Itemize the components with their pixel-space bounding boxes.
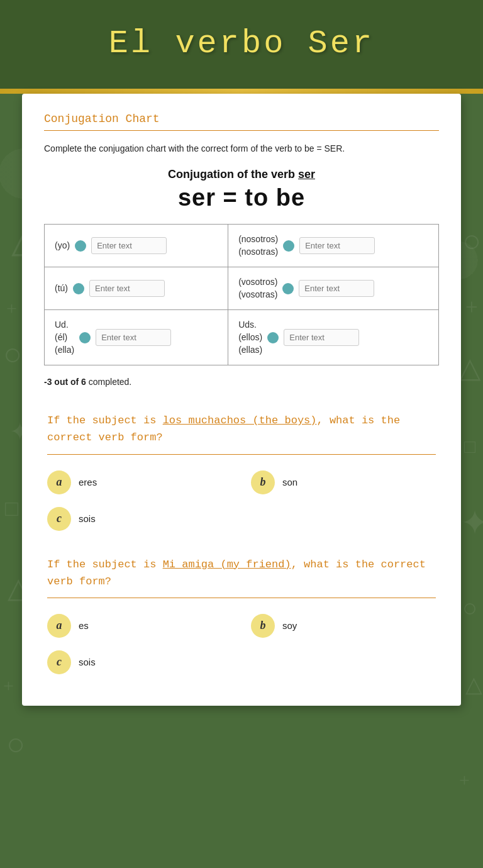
cell-yo-content: (yo) [55, 237, 218, 254]
q1-option-b[interactable]: b son [251, 470, 436, 494]
q2-option-b[interactable]: b soy [251, 614, 436, 638]
pronoun-vosotros: (vosotros)(vosotras) [238, 276, 277, 301]
q1-subject: los muchachos (the boys) [163, 415, 317, 426]
q2-text-before: If the subject is [47, 559, 163, 570]
input-uds[interactable] [284, 329, 359, 346]
content-card: Conjugation Chart Complete the conjugati… [22, 94, 461, 706]
bullet-nosotros [283, 240, 294, 252]
cell-uds-content: Uds.(ellos)(ellas) [238, 319, 428, 356]
pronoun-tu: (tú) [55, 282, 68, 295]
cell-vosotros-content: (vosotros)(vosotras) [238, 276, 428, 301]
cell-nosotros-content: (nosotros)(nosotras) [238, 233, 428, 258]
conj-verb-underline: ser [298, 168, 315, 181]
q2-label-a: es [79, 620, 89, 631]
q1-option-a[interactable]: a eres [47, 470, 232, 494]
q2-options-grid: a es b soy c sois [47, 614, 436, 674]
q2-label-b: soy [282, 620, 297, 631]
input-tu[interactable] [89, 280, 165, 297]
cell-tu-content: (tú) [55, 280, 218, 297]
conj-subtitle: ser = to be [44, 184, 439, 211]
q1-text-before: If the subject is [47, 415, 163, 426]
conj-title-text: Conjugation of the verb [168, 168, 295, 181]
q1-label-b: son [282, 477, 297, 487]
q1-badge-c: c [47, 507, 71, 531]
input-nosotros[interactable] [299, 237, 375, 254]
q2-badge-c: c [47, 650, 71, 674]
q1-option-c[interactable]: c sois [47, 507, 232, 531]
q1-label-a: eres [79, 477, 97, 487]
q2-badge-a: a [47, 614, 71, 638]
cell-ud-content: Ud.(él)(ella) [55, 319, 218, 356]
bottom-space [0, 706, 483, 743]
bullet-yo [75, 240, 86, 252]
q1-options-grid: a eres b son c sois [47, 470, 436, 531]
section-heading: Conjugation Chart [44, 113, 439, 125]
score-value: -3 out of 6 [44, 377, 86, 387]
pronoun-ud: Ud.(él)(ella) [55, 319, 74, 356]
q1-badge-b: b [251, 470, 275, 494]
cell-ud: Ud.(él)(ella) [45, 310, 228, 365]
input-vosotros[interactable] [299, 280, 374, 297]
bullet-vosotros [282, 283, 294, 294]
q2-label-c: sois [79, 657, 96, 667]
score-suffix: completed. [86, 377, 131, 387]
table-row: Ud.(él)(ella) Uds.(ellos)(ellas) [45, 310, 439, 365]
bullet-ud [79, 332, 91, 343]
conjugation-table: (yo) (nosotros)(nosotras) [44, 224, 439, 365]
input-yo[interactable] [91, 237, 167, 254]
pronoun-uds: Uds.(ellos)(ellas) [238, 319, 262, 356]
conj-chart-title: Conjugation of the verb ser [44, 168, 439, 181]
q2-divider [47, 598, 436, 598]
pronoun-nosotros: (nosotros)(nosotras) [238, 233, 278, 258]
bullet-tu [73, 283, 84, 294]
table-row: (tú) (vosotros)(vosotras) [45, 267, 439, 310]
header: El verbo Ser [0, 0, 483, 94]
q1-label-c: sois [79, 513, 96, 524]
page-title: El verbo Ser [13, 25, 470, 62]
input-ud[interactable] [96, 329, 171, 346]
instructions-text: Complete the conjugation chart with the … [44, 142, 439, 155]
q1-divider [47, 454, 436, 455]
score-text: -3 out of 6 completed. [44, 377, 439, 387]
q2-badge-b: b [251, 614, 275, 638]
cell-vosotros: (vosotros)(vosotras) [228, 267, 439, 310]
q2-option-a[interactable]: a es [47, 614, 232, 638]
q2-option-c[interactable]: c sois [47, 650, 232, 674]
q1-badge-a: a [47, 470, 71, 494]
question2-text: If the subject is Mi amiga (my friend), … [47, 556, 436, 590]
question1-text: If the subject is los muchachos (the boy… [47, 412, 436, 446]
bullet-uds [267, 332, 279, 343]
question2-section: If the subject is Mi amiga (my friend), … [44, 556, 439, 674]
section-divider [44, 130, 439, 131]
cell-tu: (tú) [45, 267, 228, 310]
pronoun-yo: (yo) [55, 240, 70, 252]
question1-section: If the subject is los muchachos (the boy… [44, 412, 439, 530]
q2-subject: Mi amiga (my friend) [163, 559, 291, 570]
cell-uds: Uds.(ellos)(ellas) [228, 310, 439, 365]
cell-yo: (yo) [45, 225, 228, 267]
page-wrapper: El verbo Ser Conjugation Chart Complete … [0, 0, 483, 868]
cell-nosotros: (nosotros)(nosotras) [228, 225, 439, 267]
table-row: (yo) (nosotros)(nosotras) [45, 225, 439, 267]
conjugation-chart-section: Conjugation Chart Complete the conjugati… [44, 113, 439, 387]
